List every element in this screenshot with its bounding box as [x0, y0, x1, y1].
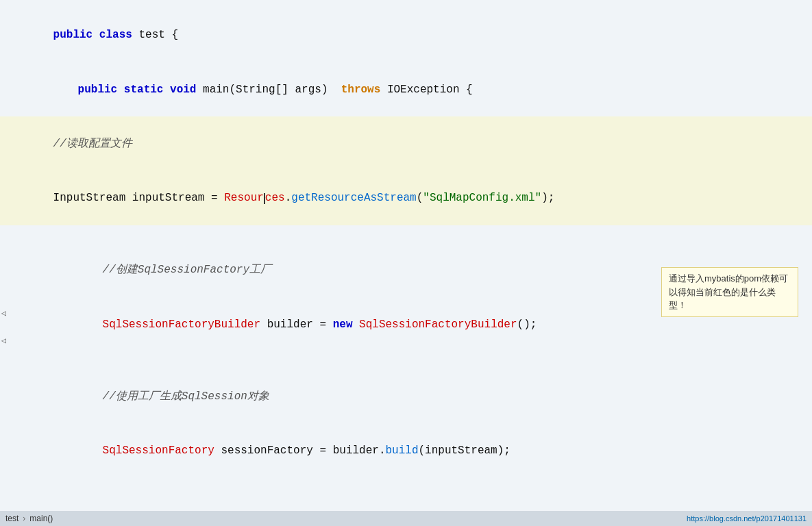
line-4: InputStream inputStream = Resources.getR… — [0, 171, 812, 225]
line-1: public class test { — [14, 8, 798, 62]
gutter-icon-1: ◁ — [1, 308, 11, 318]
line-10: SqlSessionFactory sessionFactory = build… — [14, 424, 798, 478]
line-2: public static void main(String[] args) t… — [14, 62, 798, 116]
code-lines: public class test { public static void m… — [0, 5, 812, 526]
line-8 — [14, 351, 798, 369]
code-editor: public class test { public static void m… — [0, 0, 812, 526]
status-separator: › — [23, 514, 25, 523]
status-bar: test › main() https://blog.csdn.net/p201… — [0, 511, 812, 526]
status-url: https://blog.csdn.net/p20171401131 — [687, 514, 807, 523]
line-3: //读取配置文件 — [0, 116, 812, 171]
tooltip-text: 通过导入mybatis的pom依赖可以得知当前红色的是什么类型！ — [669, 273, 788, 310]
gutter-icon-2: ◁ — [1, 336, 11, 345]
tooltip-annotation: 通过导入mybatis的pom依赖可以得知当前红色的是什么类型！ — [661, 267, 798, 317]
line-9: //使用工厂生成SqlSession对象 — [14, 370, 798, 424]
status-class: test — [5, 514, 19, 523]
status-method: main() — [29, 514, 53, 523]
line-11 — [14, 478, 798, 496]
line-5 — [14, 225, 798, 243]
status-left: test › main() — [5, 514, 53, 523]
